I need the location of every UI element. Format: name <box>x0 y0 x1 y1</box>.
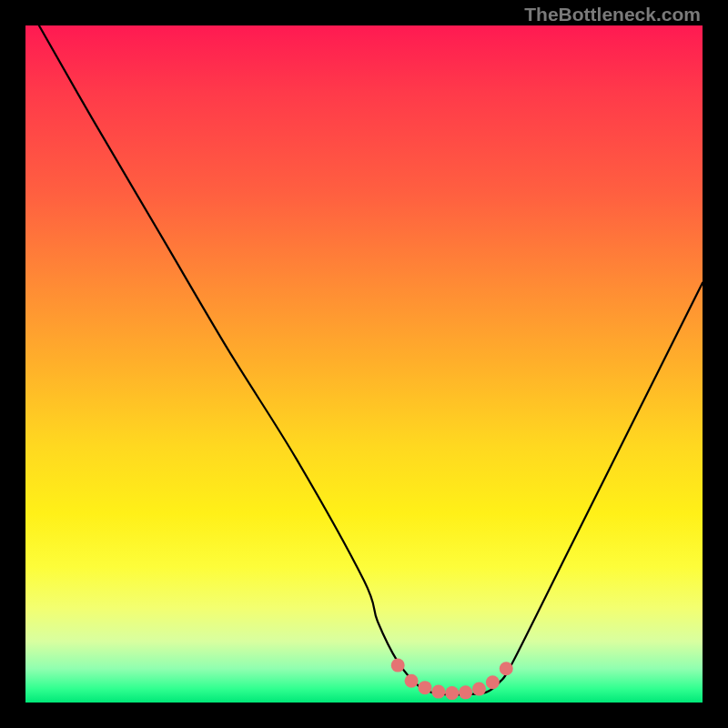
trough-markers <box>391 659 513 701</box>
curve-svg <box>25 25 703 703</box>
trough-marker <box>418 681 431 694</box>
trough-marker <box>500 662 513 675</box>
trough-marker <box>445 686 459 700</box>
plot-area <box>25 25 703 703</box>
trough-marker <box>405 674 419 688</box>
trough-marker <box>486 675 500 689</box>
trough-marker <box>459 685 472 699</box>
chart-container: TheBottleneck.com <box>0 0 728 728</box>
trough-marker <box>472 682 486 696</box>
trough-marker <box>431 685 445 699</box>
watermark-text: TheBottleneck.com <box>524 4 701 25</box>
trough-marker <box>391 659 405 672</box>
bottleneck-curve <box>39 25 703 694</box>
